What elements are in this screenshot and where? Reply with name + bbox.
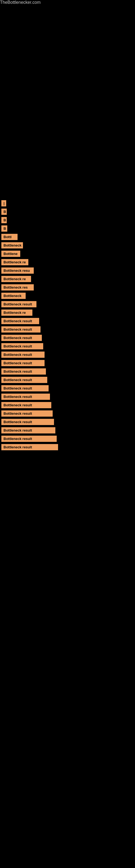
- bottleneck-result-item-6[interactable]: Bottleneck: [1, 242, 23, 248]
- page-wrapper: TheBottlenecker.com |BBBBottlBottleneckB…: [0, 0, 135, 450]
- bottleneck-result-item-24[interactable]: Bottleneck result: [1, 394, 50, 400]
- bottleneck-result-item-2[interactable]: B: [1, 209, 7, 215]
- bottleneck-result-item-18[interactable]: Bottleneck result: [1, 343, 43, 349]
- bottleneck-result-item-14[interactable]: Bottleneck re: [1, 310, 32, 316]
- bottleneck-result-item-19[interactable]: Bottleneck result: [1, 351, 45, 358]
- bottleneck-result-item-15[interactable]: Bottleneck result: [1, 318, 39, 324]
- bottleneck-result-item-11[interactable]: Bottleneck res: [1, 284, 34, 290]
- bottleneck-result-item-7[interactable]: Bottlene: [1, 251, 20, 257]
- bottleneck-result-item-29[interactable]: Bottleneck result: [1, 436, 57, 442]
- bottleneck-result-item-13[interactable]: Bottleneck result: [1, 301, 37, 307]
- bottleneck-result-item-3[interactable]: B: [1, 217, 7, 223]
- bottleneck-result-item-1[interactable]: |: [1, 200, 6, 207]
- bottleneck-result-item-20[interactable]: Bottleneck result: [1, 360, 45, 366]
- bottleneck-result-item-28[interactable]: Bottleneck result: [1, 427, 55, 433]
- site-title: TheBottlenecker.com: [0, 0, 41, 7]
- bottleneck-result-item-16[interactable]: Bottleneck result: [1, 326, 41, 333]
- bottleneck-result-item-22[interactable]: Bottleneck result: [1, 377, 47, 383]
- bottleneck-result-item-27[interactable]: Bottleneck result: [1, 419, 54, 425]
- bottleneck-result-item-4[interactable]: B: [1, 225, 7, 231]
- bottleneck-result-item-17[interactable]: Bottleneck result: [1, 335, 42, 341]
- bottleneck-result-item-12[interactable]: Bottleneck: [1, 293, 26, 299]
- bottleneck-result-item-9[interactable]: Bottleneck resu: [1, 268, 34, 274]
- bottleneck-result-item-10[interactable]: Bottleneck re: [1, 276, 31, 282]
- bottleneck-result-item-8[interactable]: Bottleneck re: [1, 259, 28, 265]
- bottleneck-result-item-30[interactable]: Bottleneck result: [1, 444, 58, 450]
- bottleneck-result-item-21[interactable]: Bottleneck result: [1, 368, 46, 375]
- bottleneck-result-item-5[interactable]: Bottl: [1, 234, 17, 240]
- results-container: |BBBBottlBottleneckBottleneBottleneck re…: [0, 5, 135, 450]
- bottleneck-result-item-25[interactable]: Bottleneck result: [1, 402, 51, 408]
- site-header: TheBottlenecker.com: [0, 0, 135, 5]
- bottleneck-result-item-26[interactable]: Bottleneck result: [1, 410, 53, 416]
- bottleneck-result-item-23[interactable]: Bottleneck result: [1, 385, 49, 392]
